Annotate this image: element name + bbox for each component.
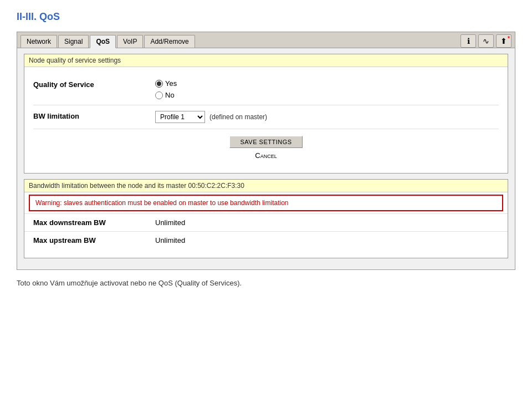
qos-control: Yes No [155,79,499,99]
tab-add-remove[interactable]: Add/Remove [144,35,195,48]
upstream-value: Unlimited [155,236,185,244]
info-icon: ℹ [467,37,470,45]
qos-yes-label: Yes [165,79,177,88]
downstream-row: Max downstream BW Unlimited [24,213,508,231]
warning-text: Warning: slaves authentication must be e… [35,199,288,207]
tab-signal[interactable]: Signal [58,35,89,48]
top-section-header: Node quality of service settings [24,54,508,67]
qos-row: Quality of Service Yes No [33,74,499,105]
bottom-section-box: Bandwidth limitation between the node an… [24,179,508,258]
tab-network[interactable]: Network [21,35,57,48]
upload-icon: ⬆ [500,37,507,45]
upload-badge: * [508,35,510,42]
bw-control: Profile 1 Profile 2 (defined on master) [155,111,499,123]
top-section-body: Quality of Service Yes No [24,67,508,173]
qos-no-option[interactable]: No [155,91,499,99]
footer-text: Toto okno Vám umožňuje activovat nebo ne… [17,279,515,287]
chart-icon: ∿ [483,37,489,45]
save-button[interactable]: SAVE SETTINGS [229,136,302,148]
bottom-section-header: Bandwidth limitation between the node an… [24,180,508,192]
bottom-spacer [24,249,508,258]
qos-label: Quality of Service [33,79,155,89]
bw-label: BW limitation [33,111,155,120]
upstream-label: Max upstream BW [33,236,155,244]
profile-select[interactable]: Profile 1 Profile 2 [155,111,205,123]
top-section-box: Node quality of service settings Quality… [24,54,508,174]
content-area: Node quality of service settings Quality… [17,48,515,269]
downstream-value: Unlimited [155,218,185,227]
downstream-label: Max downstream BW [33,218,155,227]
info-icon-button[interactable]: ℹ [461,34,476,48]
profile-select-wrap: Profile 1 Profile 2 (defined on master) [155,111,499,123]
qos-radio-group: Yes No [155,79,499,99]
qos-no-radio[interactable] [155,91,163,99]
main-container: Network Signal QoS VoIP Add/Remove ℹ ∿ ⬆… [17,32,515,270]
cancel-link[interactable]: Cancel [255,151,277,160]
qos-yes-option[interactable]: Yes [155,79,499,88]
tab-bar: Network Signal QoS VoIP Add/Remove ℹ ∿ ⬆… [17,32,515,48]
qos-yes-radio[interactable] [155,80,163,88]
warning-box: Warning: slaves authentication must be e… [29,195,503,211]
upstream-row: Max upstream BW Unlimited [24,231,508,249]
page-title: II-III. QoS [17,11,515,23]
bw-row: BW limitation Profile 1 Profile 2 (defin… [33,105,499,129]
chart-icon-button[interactable]: ∿ [478,34,494,48]
buttons-row: SAVE SETTINGS Cancel [33,129,499,166]
upload-icon-button[interactable]: ⬆ * [496,34,511,48]
tab-qos[interactable]: QoS [90,35,116,48]
profile-note: (defined on master) [209,113,267,121]
tab-voip[interactable]: VoIP [117,35,143,48]
qos-no-label: No [165,91,175,99]
